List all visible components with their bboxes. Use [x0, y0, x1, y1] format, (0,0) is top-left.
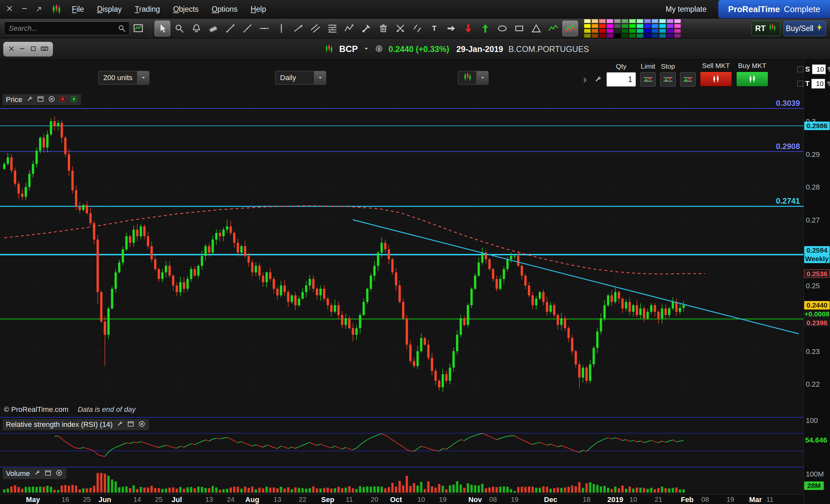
color-swatch[interactable] — [651, 19, 659, 23]
symbol-label[interactable]: BCP — [339, 44, 358, 54]
color-swatch[interactable] — [659, 29, 666, 33]
cursor-tool-icon[interactable] — [155, 21, 170, 36]
color-swatch[interactable] — [621, 19, 628, 23]
trend-arrow-tool-icon[interactable] — [290, 21, 306, 36]
color-swatch[interactable] — [667, 34, 673, 38]
line-chart-tool-icon[interactable] — [545, 21, 561, 36]
color-swatch[interactable] — [621, 24, 628, 28]
trend-line-tool-icon[interactable] — [240, 21, 255, 36]
color-swatch[interactable] — [592, 19, 598, 23]
price-axis[interactable]: 0.30.290.280.270.250.230.220.29860.2594W… — [803, 60, 830, 504]
quick-sell-icon[interactable] — [59, 95, 67, 104]
color-swatch[interactable] — [659, 24, 666, 28]
color-swatch[interactable] — [667, 19, 673, 23]
rsi-window-icon[interactable] — [127, 420, 135, 429]
color-swatch[interactable] — [644, 29, 651, 33]
color-swatch[interactable] — [592, 24, 598, 28]
menu-item-file[interactable]: File — [65, 5, 91, 14]
color-swatch[interactable] — [614, 34, 621, 38]
buy-market-button[interactable] — [736, 71, 768, 87]
color-swatch[interactable] — [637, 24, 643, 28]
color-swatch[interactable] — [614, 29, 621, 33]
color-swatch[interactable] — [637, 19, 643, 23]
color-swatch[interactable] — [614, 24, 621, 28]
search-input[interactable] — [4, 22, 130, 35]
zigzag-tool-icon[interactable] — [342, 21, 357, 36]
price-chart-canvas[interactable]: 0.30390.29080.2741 — [0, 92, 803, 410]
cross-arrows-tool-icon[interactable] — [392, 21, 408, 36]
color-swatch[interactable] — [659, 34, 666, 38]
realtime-button[interactable]: RT — [752, 21, 780, 36]
price-window-icon[interactable] — [37, 95, 44, 104]
color-swatch[interactable] — [629, 24, 636, 28]
units-caret-icon[interactable] — [137, 71, 149, 84]
color-swatch[interactable] — [621, 29, 628, 33]
rsi-close-icon[interactable] — [138, 420, 146, 429]
minimize-icon[interactable] — [20, 4, 29, 14]
color-swatch[interactable] — [644, 24, 651, 28]
alarm-tool-icon[interactable] — [189, 21, 204, 36]
color-swatch[interactable] — [674, 24, 681, 28]
color-swatch[interactable] — [644, 34, 651, 38]
color-swatch[interactable] — [584, 24, 591, 28]
menu-item-help[interactable]: Help — [244, 5, 273, 14]
info-icon[interactable]: i — [375, 44, 383, 54]
volume-window-icon[interactable] — [44, 469, 52, 478]
timeframe-dropdown[interactable]: Daily — [275, 71, 326, 85]
menu-item-trading[interactable]: Trading — [128, 5, 167, 14]
color-swatch[interactable] — [674, 19, 681, 23]
color-swatch[interactable] — [606, 24, 613, 28]
color-swatch[interactable] — [629, 34, 636, 38]
qty-input[interactable] — [606, 72, 636, 87]
volume-chart-canvas[interactable] — [0, 472, 803, 493]
time-axis[interactable]: May1625Jun1425Jul1324Aug1322Sep1120Oct10… — [0, 494, 803, 504]
color-swatch[interactable] — [599, 24, 606, 28]
chart-type-caret-icon[interactable] — [476, 71, 488, 84]
color-swatch[interactable] — [606, 19, 613, 23]
color-swatch[interactable] — [584, 34, 591, 38]
color-swatch[interactable] — [599, 34, 606, 38]
stop-order-button[interactable] — [660, 72, 676, 87]
color-swatch[interactable] — [644, 19, 651, 23]
color-swatch[interactable] — [651, 29, 659, 33]
text-tool-icon[interactable]: T — [426, 21, 442, 36]
target-percent-input[interactable] — [811, 79, 825, 89]
menu-item-objects[interactable]: Objects — [167, 5, 205, 14]
color-swatch[interactable] — [606, 34, 613, 38]
color-swatch[interactable] — [592, 29, 598, 33]
quick-buy-icon[interactable] — [70, 95, 78, 104]
parallel-lines-tool-icon[interactable] — [410, 21, 425, 36]
triangle-tool-icon[interactable] — [529, 21, 544, 36]
channel-tool-icon[interactable] — [308, 21, 323, 36]
arrow-down-tool-icon[interactable] — [460, 21, 476, 36]
color-swatch[interactable] — [584, 29, 591, 33]
sell-market-button[interactable] — [700, 71, 732, 87]
close-chart-icon[interactable] — [7, 45, 15, 54]
color-swatch[interactable] — [584, 19, 591, 23]
menu-item-options[interactable]: Options — [205, 5, 244, 14]
order-extra-button[interactable] — [680, 72, 696, 87]
volume-settings-icon[interactable] — [33, 469, 41, 478]
color-swatch[interactable] — [667, 24, 673, 28]
color-swatch[interactable] — [629, 29, 636, 33]
units-dropdown[interactable]: 200 units — [98, 71, 149, 85]
stop-checkbox[interactable] — [797, 66, 803, 72]
chart-type-dropdown[interactable] — [458, 71, 488, 85]
color-swatch[interactable] — [651, 24, 659, 28]
menu-item-display[interactable]: Display — [91, 5, 128, 14]
color-swatch[interactable] — [614, 19, 621, 23]
detach-icon[interactable] — [35, 4, 44, 14]
drawing-tools-tool-icon[interactable] — [358, 21, 374, 36]
color-swatch[interactable] — [637, 29, 643, 33]
color-swatch[interactable] — [592, 34, 598, 38]
price-settings-icon[interactable] — [26, 95, 33, 104]
target-checkbox[interactable] — [797, 81, 803, 87]
timeframe-caret-icon[interactable] — [314, 71, 326, 84]
color-swatch[interactable] — [621, 34, 628, 38]
color-swatch[interactable] — [667, 29, 673, 33]
order-settings-icon[interactable] — [593, 75, 602, 87]
color-swatch[interactable] — [651, 34, 659, 38]
delete-tool-icon[interactable] — [376, 21, 391, 36]
color-swatch[interactable] — [629, 19, 636, 23]
stop-percent-input[interactable] — [812, 64, 826, 74]
